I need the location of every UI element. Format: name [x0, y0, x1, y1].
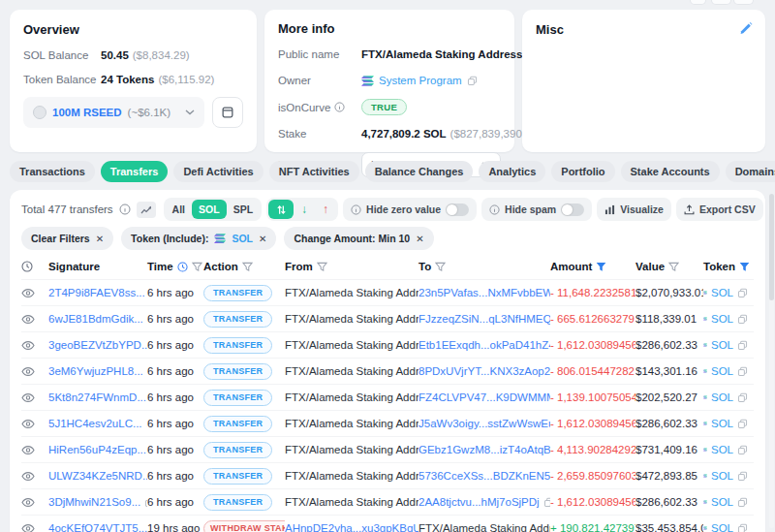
copy-icon[interactable] — [737, 471, 748, 482]
signature-link[interactable]: 5J1HC4esv2uLC... — [48, 418, 142, 429]
cutoff-button[interactable] — [690, 0, 706, 5]
to-address[interactable]: 8PDxUVjrYT...KNX3zAop28 — [418, 365, 550, 377]
copy-icon[interactable] — [737, 340, 748, 351]
info-icon[interactable] — [119, 203, 131, 215]
info-icon[interactable] — [334, 102, 345, 112]
cutoff-button[interactable] — [711, 0, 731, 5]
filter-icon[interactable] — [435, 262, 446, 272]
copy-icon[interactable] — [737, 366, 748, 377]
eye-icon[interactable] — [21, 340, 35, 351]
token-portfolio-button[interactable] — [212, 97, 243, 128]
copy-icon[interactable] — [467, 76, 478, 86]
copy-icon[interactable] — [737, 445, 748, 455]
from-address[interactable]: FTX/Alameda Staking Address — [285, 391, 418, 403]
copy-icon[interactable] — [737, 497, 748, 508]
time-format-icon[interactable] — [21, 261, 33, 272]
tab[interactable]: Analytics — [479, 161, 545, 182]
copy-icon[interactable] — [737, 419, 748, 429]
tab[interactable]: Domains — [726, 161, 775, 182]
sort-descending-button[interactable]: ↓ — [294, 203, 315, 216]
action-badge[interactable]: TRANSFER — [203, 285, 272, 301]
close-icon[interactable]: ✕ — [96, 234, 104, 244]
filter-active-icon[interactable] — [739, 262, 750, 272]
tab[interactable]: Transfers — [101, 161, 169, 182]
amount-filter-chip[interactable]: Change Amount: Min 10 ✕ — [284, 227, 433, 250]
eye-icon[interactable] — [21, 314, 35, 325]
token-link[interactable]: SOL — [711, 522, 733, 532]
clock-icon[interactable] — [177, 262, 188, 272]
scrollbar-track[interactable] — [769, 194, 774, 528]
token-link[interactable]: SOL — [711, 470, 733, 482]
action-badge[interactable]: TRANSFER — [203, 363, 272, 380]
eye-icon[interactable] — [21, 445, 35, 455]
close-icon[interactable]: ✕ — [259, 234, 266, 244]
action-badge[interactable]: WITHDRAW STAKE — [203, 520, 285, 532]
from-address[interactable]: FTX/Alameda Staking Address — [285, 470, 418, 482]
to-address[interactable]: GEbz1GwzM8...izT4oAtqBC — [418, 444, 550, 455]
action-badge[interactable]: TRANSFER — [203, 468, 272, 485]
from-address[interactable]: FTX/Alameda Staking Address — [285, 287, 418, 298]
to-address[interactable]: 5736CceXSs...BDZKnEN5mc — [418, 470, 550, 482]
to-address[interactable]: FTX/Alameda Staking Address — [418, 522, 550, 532]
from-address[interactable]: FTX/Alameda Staking Address — [285, 339, 418, 351]
eye-icon[interactable] — [21, 366, 35, 377]
filter-icon[interactable] — [668, 262, 679, 272]
token-type-option[interactable]: SPL — [227, 200, 260, 219]
action-badge[interactable]: TRANSFER — [203, 337, 272, 354]
filter-icon[interactable] — [192, 262, 202, 272]
sort-toggle-button[interactable] — [268, 200, 294, 219]
clear-filters-chip[interactable]: Clear Filters ✕ — [21, 227, 113, 250]
action-badge[interactable]: TRANSFER — [203, 390, 272, 406]
from-address[interactable]: FTX/Alameda Staking Address — [285, 496, 418, 508]
to-address[interactable]: 2AA8tjctvu...hMj7oSjPDj — [418, 496, 540, 508]
action-badge[interactable]: TRANSFER — [203, 494, 272, 511]
copy-icon[interactable] — [737, 392, 748, 403]
copy-icon[interactable] — [737, 314, 748, 325]
token-type-option[interactable]: SOL — [192, 200, 227, 219]
signature-link[interactable]: 5Kt8n274FWnmD... — [48, 391, 146, 403]
eye-icon[interactable] — [21, 419, 35, 429]
from-address[interactable]: FTX/Alameda Staking Address — [285, 313, 418, 325]
tab[interactable]: NFT Activities — [269, 161, 359, 182]
token-type-option[interactable]: All — [166, 200, 192, 219]
eye-icon[interactable] — [21, 523, 35, 532]
hide-zero-toggle[interactable] — [446, 203, 469, 216]
from-address[interactable]: FTX/Alameda Staking Address — [285, 418, 418, 429]
to-address[interactable]: Etb1EExqdh...okPaD41hZ4 — [418, 339, 550, 351]
signature-link[interactable]: 6wJE81BdmGdik... — [48, 313, 143, 325]
eye-icon[interactable] — [21, 392, 35, 403]
token-link[interactable]: SOL — [711, 418, 733, 429]
tab[interactable]: Portfolio — [551, 161, 614, 182]
token-dropdown[interactable]: 100M RSEED (~$6.1K) — [23, 97, 204, 128]
analytics-badge-button[interactable] — [137, 202, 156, 218]
action-badge[interactable]: TRANSFER — [203, 311, 272, 328]
token-link[interactable]: SOL — [711, 313, 733, 325]
signature-link[interactable]: 4ocKEfQ74VTJT5... — [48, 522, 147, 532]
filter-icon[interactable] — [317, 262, 327, 272]
signature-link[interactable]: 3DjMhwiN21So9... — [48, 496, 140, 508]
token-filter-chip[interactable]: Token (Include): SOL ✕ — [121, 227, 276, 250]
to-address[interactable]: J5aWv3oigy...sstZwWswEu — [418, 418, 550, 429]
cutoff-button[interactable] — [733, 0, 754, 5]
tab[interactable]: Transactions — [10, 161, 95, 182]
eye-icon[interactable] — [21, 471, 35, 482]
copy-icon[interactable] — [543, 497, 550, 508]
from-address[interactable]: FTX/Alameda Staking Address — [285, 365, 418, 377]
from-address[interactable]: FTX/Alameda Staking Address — [285, 444, 418, 455]
eye-icon[interactable] — [21, 288, 35, 298]
copy-icon[interactable] — [737, 523, 748, 532]
to-address[interactable]: 23n5PVafas...NxMFvbbEWo — [418, 287, 550, 298]
token-link[interactable]: SOL — [711, 287, 733, 298]
to-address[interactable]: FJzzeqZSiN...qL3NfHMEQy — [418, 313, 550, 325]
filter-active-icon[interactable] — [596, 262, 606, 272]
copy-icon[interactable] — [737, 288, 748, 298]
close-icon[interactable]: ✕ — [416, 234, 423, 244]
hide-spam-toggle[interactable] — [561, 203, 584, 216]
edit-misc-button[interactable] — [739, 21, 753, 38]
signature-link[interactable]: 3eM6YwjuzPHL8... — [48, 365, 143, 377]
signature-link[interactable]: ULWZ34KZe5NRD... — [48, 470, 147, 482]
tab[interactable]: Balance Changes — [365, 161, 474, 182]
from-address[interactable]: AHnpDE2vha...xu3gpKBqUs — [285, 522, 418, 532]
signature-link[interactable]: 2T4P9i8FAEV8ss... — [48, 287, 145, 298]
token-link[interactable]: SOL — [711, 365, 733, 377]
